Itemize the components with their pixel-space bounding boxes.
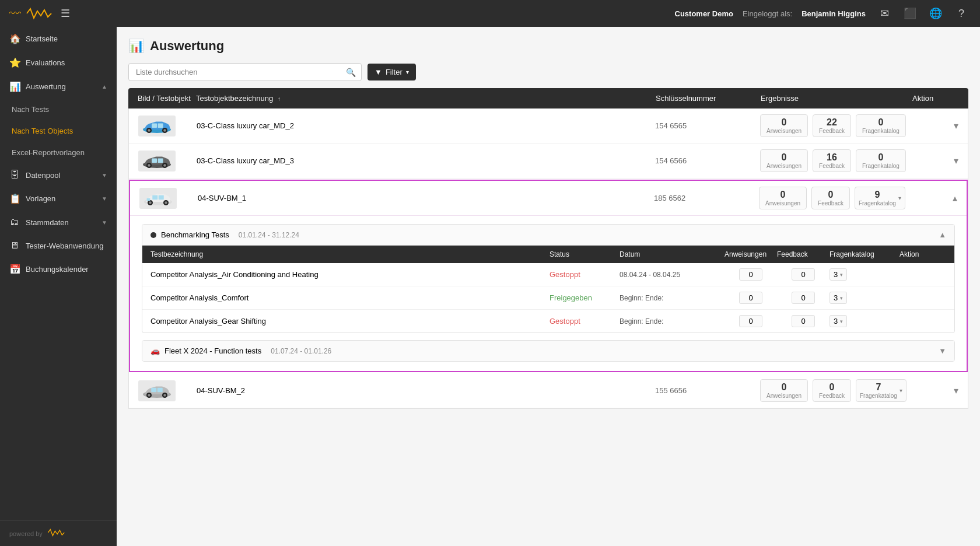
- row3-action: ▴: [911, 192, 957, 204]
- filter-button[interactable]: ▼ Filter ▾: [368, 64, 416, 80]
- svg-rect-27: [151, 387, 156, 392]
- search-input[interactable]: [128, 63, 362, 81]
- sidebar-item-vorlagen[interactable]: 📋 Vorlagen ▼: [0, 187, 117, 211]
- filter-label: Filter: [386, 68, 402, 76]
- test-datum-3: Beginn: Ende:: [620, 317, 724, 326]
- inner-header-anweisungen: Anweisungen: [724, 250, 777, 258]
- row2-name: 03-C-Class luxury car_MD_3: [197, 156, 655, 165]
- fragenkatalog-dropdown-arrow: ▾: [898, 195, 901, 201]
- sidebar-label-buchungskalender: Buchungskalender: [26, 265, 89, 274]
- sidebar-item-nach-tests[interactable]: Nach Tests: [0, 99, 117, 120]
- row3-name: 04-SUV-BM_1: [198, 194, 654, 202]
- header-aktion: Aktion: [912, 94, 959, 103]
- expand-row1-button[interactable]: ▾: [954, 120, 958, 131]
- result-anweisungen-1: 0 Anweisungen: [760, 114, 808, 137]
- sort-icon[interactable]: ↑: [278, 96, 281, 102]
- chevron-up-icon: ▲: [102, 83, 107, 90]
- sidebar-item-evaluations[interactable]: ⭐ Evaluations: [0, 51, 117, 75]
- sidebar-item-datenpool[interactable]: 🗄 Datenpool ▼: [0, 163, 117, 187]
- chevron-down-icon-2: ▼: [102, 195, 107, 202]
- row4-action: ▾: [912, 385, 958, 396]
- table-row: 03-C-Class luxury car_MD_3 154 6566 0 An…: [129, 144, 968, 178]
- expand-row2-button[interactable]: ▾: [954, 155, 958, 166]
- test-fragenkatalog-2[interactable]: 3▾: [830, 292, 847, 304]
- test-datum-1: 08.04.24 - 08.04.25: [620, 271, 724, 279]
- sidebar-item-stammdaten[interactable]: 🗂 Stammdaten ▼: [0, 211, 117, 234]
- search-wrap: 🔍: [128, 63, 362, 81]
- sidebar-label-evaluations: Evaluations: [26, 58, 65, 67]
- fleet-date: 01.07.24 - 01.01.26: [271, 347, 331, 355]
- result-feedback-4: 0 Feedback: [813, 379, 851, 402]
- star-icon: ⭐: [9, 57, 20, 68]
- result-fragenkatalog-2: 0 Fragenkatalog: [856, 149, 906, 172]
- globe-icon[interactable]: 🌐: [926, 4, 945, 23]
- car-image-1: [138, 116, 176, 136]
- test-fragenkatalog-3[interactable]: 3▾: [830, 315, 847, 327]
- chevron-down-icon: ▼: [102, 172, 107, 178]
- bench-dot-icon: [150, 232, 156, 238]
- template-icon: 📋: [9, 193, 20, 204]
- logo[interactable]: 〰: [9, 6, 54, 20]
- user-name: Benjamin Higgins: [802, 9, 866, 18]
- benchmarking-date: 01.01.24 - 31.12.24: [239, 231, 299, 239]
- inner-table-header: Testbezeichnung Status Datum Anweisungen…: [142, 246, 954, 263]
- list-item: Competitor Analysis_Gear Shifting Gestop…: [142, 310, 954, 332]
- test-status-3: Gestoppt: [550, 317, 620, 326]
- expand-row4-button[interactable]: ▾: [954, 385, 958, 396]
- benchmarking-group-header[interactable]: Benchmarking Tests 01.01.24 - 31.12.24 ▲: [142, 225, 954, 246]
- row4-key: 155 6656: [655, 386, 760, 395]
- topbar: 〰 ☰ Customer Demo Eingeloggt als: Benjam…: [0, 0, 980, 27]
- row1-key: 154 6565: [655, 121, 760, 130]
- row1-action: ▾: [912, 120, 958, 131]
- main-content: 📊 Auswertung 🔍 ▼ Filter ▾ Bild / Testobj…: [117, 27, 980, 546]
- benchmarking-group: Benchmarking Tests 01.01.24 - 31.12.24 ▲…: [142, 224, 955, 333]
- footer-logo-icon: [46, 528, 67, 539]
- logout-icon[interactable]: ⬛: [901, 4, 919, 23]
- filter-dropdown-arrow: ▾: [406, 69, 409, 75]
- sidebar-item-excel[interactable]: Excel-Reportvorlagen: [0, 142, 117, 163]
- inner-header-fragenkataloge: Fragenkatalog: [830, 250, 900, 258]
- collapse-row3-button[interactable]: ▴: [953, 192, 957, 204]
- benchmarking-header-left: Benchmarking Tests 01.01.24 - 31.12.24: [150, 230, 299, 239]
- table-row-expanded: 04-SUV-BM_1 185 6562 0 Anweisungen 0 Fee…: [129, 180, 968, 372]
- fleet-group: 🚗 Fleet X 2024 - Function tests 01.07.24…: [142, 340, 955, 362]
- fleet-group-header[interactable]: 🚗 Fleet X 2024 - Function tests 01.07.24…: [142, 341, 954, 361]
- svg-rect-19: [152, 195, 158, 200]
- test-anweisungen-3: 0: [739, 315, 762, 327]
- result-fragenkatalog-3[interactable]: 9 Fragenkatalog ▾: [855, 187, 905, 209]
- sidebar-label-auswertung: Auswertung: [26, 82, 66, 91]
- sidebar-item-startseite[interactable]: 🏠 Startseite: [0, 27, 117, 51]
- result-fragenkatalog-4[interactable]: 7 Fragenkatalog ▾: [856, 379, 907, 402]
- inner-header-datum: Datum: [620, 250, 724, 258]
- data-table-container: Bild / Testobjekt Testobjektbezeichnung …: [128, 88, 968, 409]
- test-feedback-3: 0: [792, 315, 815, 327]
- logged-in-label: Eingeloggt als:: [743, 9, 792, 18]
- sidebar-item-buchungskalender[interactable]: 📅 Buchungskalender: [0, 257, 117, 281]
- benchmarking-collapse-icon[interactable]: ▲: [939, 230, 946, 239]
- help-icon[interactable]: ?: [952, 4, 971, 23]
- test-name-3: Competitor Analysis_Gear Shifting: [150, 317, 550, 326]
- svg-point-16: [149, 201, 152, 204]
- mail-icon[interactable]: ✉: [875, 4, 894, 23]
- filter-icon: ▼: [374, 68, 382, 76]
- sidebar-toggle-icon[interactable]: ☰: [61, 7, 70, 20]
- data-table: 03-C-Class luxury car_MD_2 154 6565 0 An…: [128, 108, 968, 409]
- test-fragenkatalog-1[interactable]: 3▾: [830, 268, 847, 281]
- sidebar-item-nach-test-objects[interactable]: Nach Test Objects: [0, 120, 117, 142]
- svg-rect-28: [158, 387, 163, 392]
- sidebar-item-tester[interactable]: 🖥 Tester-Webanwendung: [0, 234, 117, 257]
- sidebar-label-vorlagen: Vorlagen: [26, 194, 55, 203]
- fleet-header-left: 🚗 Fleet X 2024 - Function tests 01.07.24…: [150, 346, 331, 355]
- table-row: 03-C-Class luxury car_MD_2 154 6565 0 An…: [129, 108, 968, 144]
- sidebar-item-auswertung[interactable]: 📊 Auswertung ▲: [0, 75, 117, 99]
- sidebar-label-tester: Tester-Webanwendung: [26, 242, 103, 250]
- svg-rect-21: [147, 198, 150, 201]
- inner-header-feedback: Feedback: [777, 250, 830, 258]
- inner-header-status: Status: [550, 250, 620, 258]
- inner-header-aktion: Aktion: [900, 250, 946, 258]
- benchmarking-title: Benchmarking Tests: [161, 230, 229, 239]
- fragen-dropdown-icon: ▾: [840, 272, 843, 278]
- test-feedback-1: 0: [792, 268, 815, 281]
- fleet-expand-icon[interactable]: ▼: [939, 346, 946, 355]
- result-feedback-1: 22 Feedback: [813, 114, 851, 137]
